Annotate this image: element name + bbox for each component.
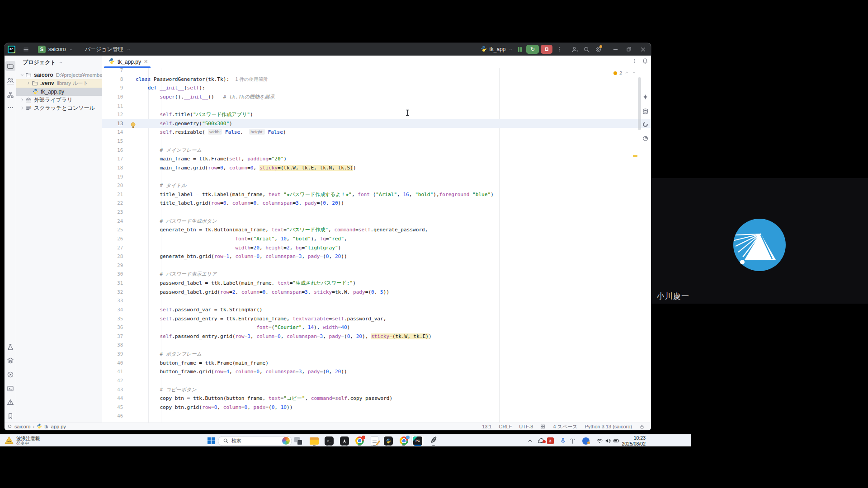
breadcrumb-file[interactable]: tk_app.py xyxy=(44,424,66,429)
more-options-icon[interactable] xyxy=(553,43,565,56)
pause-icon[interactable] xyxy=(518,47,522,52)
taskbar-explorer-button[interactable] xyxy=(309,436,320,446)
chevron-down-icon[interactable] xyxy=(19,73,25,77)
code-line-23[interactable]: 23 xyxy=(102,208,651,217)
tray-antenna-icon[interactable] xyxy=(567,436,577,446)
code-line-30[interactable]: 30 # パスワード表示エリア xyxy=(102,270,651,279)
status-item[interactable]: 4 スペース xyxy=(553,423,577,430)
code-line-40[interactable]: 40 button_frame = ttk.Frame(main_frame) xyxy=(102,359,651,368)
services-icon[interactable] xyxy=(5,356,15,366)
code-line-13[interactable]: 13 self.geometry("500x300") xyxy=(102,119,651,128)
search-icon[interactable] xyxy=(580,43,592,56)
code-line-17[interactable]: 17 main_frame = ttk.Frame(self, padding=… xyxy=(102,155,651,164)
code-with-me-icon[interactable] xyxy=(569,43,580,56)
taskbar-dark-app-button[interactable] xyxy=(339,436,350,446)
inspections-widget[interactable]: 2 xyxy=(613,70,637,76)
taskbar-feather-button[interactable] xyxy=(428,436,439,446)
status-item[interactable]: Python 3.13 (saicoro) xyxy=(585,424,632,429)
code-line-42[interactable]: 42 xyxy=(102,376,651,385)
tab-tk-app[interactable]: tk_app.py ✕ xyxy=(102,56,152,68)
stop-button[interactable] xyxy=(541,45,552,54)
tree-item-.venv[interactable]: .venvlibrary ルート xyxy=(16,79,102,87)
tree-item-スクラッチとコンソール[interactable]: スクラッチとコンソール xyxy=(16,104,102,112)
code-line-10[interactable]: 10 super().__init__() # tk.Tkの機能を継承 xyxy=(102,93,651,102)
tree-item-外部ライブラリ[interactable]: 外部ライブラリ xyxy=(16,96,102,104)
taskbar-search[interactable]: 検索 xyxy=(218,436,292,446)
code-line-25[interactable]: 25 generate_btn = tk.Button(main_frame, … xyxy=(102,225,651,235)
problems-icon[interactable] xyxy=(5,397,15,407)
code-line-39[interactable]: 39 # ボタンフレーム xyxy=(102,350,651,359)
terminal-tool-icon[interactable] xyxy=(5,384,15,394)
code-line-45[interactable]: 45 copy_btn.grid(row=0, column=0, padx=(… xyxy=(102,403,651,412)
code-line-26[interactable]: 26 font=("Arial", 10, "bold"), fg="red", xyxy=(102,235,651,244)
taskbar-notepad-button[interactable] xyxy=(369,436,380,446)
weather-widget[interactable]: 波浪注意報 発令中 xyxy=(5,435,40,446)
coverage-icon[interactable] xyxy=(640,119,650,129)
tray-cloud-sync-icon[interactable] xyxy=(536,436,546,446)
tray-profile-icon[interactable] xyxy=(581,436,591,446)
chevron-right-icon[interactable] xyxy=(19,98,25,102)
run-config-widget[interactable]: tk_app xyxy=(481,43,513,56)
tray-chevron-up-icon[interactable] xyxy=(525,436,535,446)
taskbar-terminal-app-button[interactable]: >_ xyxy=(324,436,335,446)
taskbar-python-window-button[interactable] xyxy=(383,436,394,446)
start-button[interactable] xyxy=(206,436,217,446)
code-line-19[interactable]: 19 xyxy=(102,173,651,182)
editor[interactable]: 78class PasswordGenerator(tk.Tk): 1 件の使用… xyxy=(102,68,651,422)
taskbar-pycharm-button[interactable]: PC xyxy=(411,435,424,446)
minimize-button[interactable] xyxy=(609,43,622,56)
taskbar-chrome-red-button[interactable] xyxy=(354,436,365,446)
more-tool-windows-icon[interactable] xyxy=(5,103,15,113)
chevron-up-icon[interactable] xyxy=(624,70,629,76)
project-tool-icon[interactable] xyxy=(5,61,15,71)
code-line-43[interactable]: 43 # コピーボタン xyxy=(102,385,651,394)
chevron-right-icon[interactable] xyxy=(19,106,25,110)
bookmarks-icon[interactable] xyxy=(5,411,15,421)
code-line-12[interactable]: 12 self.title("パスワード作成アプリ") xyxy=(102,110,651,119)
code-line-28[interactable]: 28 generate_btn.grid(row=1, column=0, co… xyxy=(102,252,651,261)
tray-battery-icon[interactable] xyxy=(611,436,621,446)
status-item[interactable]: CRLF xyxy=(499,424,512,429)
database-tool-icon[interactable] xyxy=(640,106,650,116)
structure-tool-icon[interactable] xyxy=(5,90,15,100)
status-item[interactable]: 13:1 xyxy=(482,424,491,429)
project-panel-header[interactable]: プロジェクト xyxy=(16,56,102,67)
code-line-38[interactable]: 38 xyxy=(102,341,651,350)
code-line-31[interactable]: 31 password_label = ttk.Label(main_frame… xyxy=(102,279,651,288)
main-menu-button[interactable] xyxy=(20,43,32,56)
restore-button[interactable] xyxy=(622,43,636,56)
chevron-down-icon[interactable] xyxy=(632,70,637,76)
code-line-20[interactable]: 20 # タイトル xyxy=(102,181,651,190)
intention-bulb-icon[interactable] xyxy=(130,122,136,129)
ai-assistant-icon[interactable] xyxy=(640,92,650,102)
code-line-33[interactable]: 33 xyxy=(102,296,651,305)
breadcrumb-project[interactable]: saicoro xyxy=(14,424,30,429)
code-line-34[interactable]: 34 self.password_var = tk.StringVar() xyxy=(102,305,651,314)
taskbar-clock[interactable]: 10:23 2025/08/02 xyxy=(622,435,646,446)
code-line-14[interactable]: 14 self.resizable( width: False, height:… xyxy=(102,128,651,137)
code-line-41[interactable]: 41 button_frame.grid(row=4, column=0, co… xyxy=(102,367,651,376)
tray-notif-3-icon[interactable]: 3 xyxy=(545,436,555,446)
tray-microphone-icon[interactable] xyxy=(558,436,568,446)
code-line-35[interactable]: 35 self.password_entry = ttk.Entry(main_… xyxy=(102,314,651,324)
code-line-18[interactable]: 18 main_frame.grid(row=0, column=0, stic… xyxy=(102,164,651,173)
rerun-button[interactable]: ↻ xyxy=(526,45,539,54)
code-line-22[interactable]: 22 title_label.grid(row=0, column=0, col… xyxy=(102,199,651,208)
search-highlight-image[interactable] xyxy=(282,437,290,445)
settings-gear-icon[interactable] xyxy=(592,43,604,56)
project-widget[interactable]: S saicoro xyxy=(36,43,76,56)
code-line-15[interactable]: 15 xyxy=(102,137,651,146)
python-packages-icon[interactable] xyxy=(5,342,15,352)
code-line-9[interactable]: 9 def __init__(self): xyxy=(102,84,651,93)
status-item[interactable]: UTF-8 xyxy=(519,424,533,429)
chevron-right-icon[interactable] xyxy=(25,81,31,85)
profiler-icon[interactable] xyxy=(640,133,650,143)
code-line-8[interactable]: 8class PasswordGenerator(tk.Tk): 1 件の使用箇… xyxy=(102,75,651,84)
tree-item-saicoro[interactable]: saicoroD:¥projects¥members¥saicoro xyxy=(16,71,102,79)
code-line-27[interactable]: 27 width=20, height=2, bg="lightgray") xyxy=(102,244,651,253)
indent-grid-icon[interactable] xyxy=(540,424,546,429)
code-line-36[interactable]: 36 font=("Courier", 14), width=40) xyxy=(102,323,651,332)
unlock-icon[interactable] xyxy=(639,424,645,429)
code-line-32[interactable]: 32 password_label.grid(row=2, column=0, … xyxy=(102,288,651,297)
code-line-16[interactable]: 16 # メインフレーム xyxy=(102,146,651,155)
